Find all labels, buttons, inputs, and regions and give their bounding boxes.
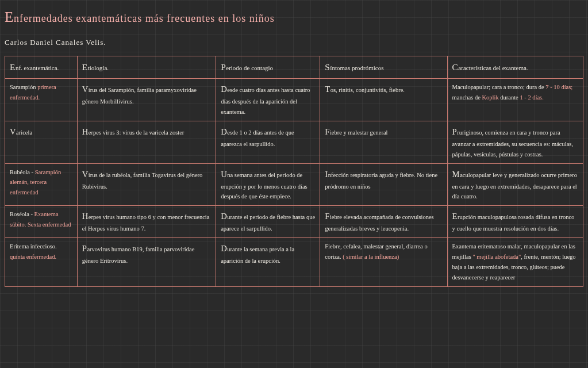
table-row: Eritema infeccioso. quinta enfermedad. P… <box>5 238 583 286</box>
table-row: Varicela Herpes virus 3: virus de la var… <box>5 121 583 163</box>
table-row: Sarampión primera enfermedad. Virus del … <box>5 79 583 121</box>
cell-characteristics: Maculopapular leve y generalizado ocurre… <box>447 163 583 206</box>
cell-disease: Roséola - Exantema súbito. Sexta enferme… <box>5 206 78 238</box>
cell-contagion: Desde 1 o 2 días antes de que aparezca e… <box>216 121 320 163</box>
cell-contagion: Durante el periodo de fiebre hasta que a… <box>216 206 320 238</box>
header-characteristics: Características del exantema. <box>447 56 583 79</box>
page-title: Enfermedades exantemáticas más frecuente… <box>5 6 583 29</box>
cell-etiology: Herpes virus humano tipo 6 y con menor f… <box>77 206 216 238</box>
cell-prodromes: Tos, rinitis, conjuntivitis, fiebre. <box>320 79 447 121</box>
header-etiology: Etiología. <box>77 56 216 79</box>
cell-characteristics: Maculopapular; cara a tronco; dura de 7 … <box>447 79 583 121</box>
cell-disease: Eritema infeccioso. quinta enfermedad. <box>5 238 78 286</box>
header-prodromes: Síntomas prodrómicos <box>320 56 447 79</box>
cell-etiology: Virus de la rubéola, familia Togavirus d… <box>77 163 216 206</box>
cell-etiology: Virus del Sarampión, familia paramyxovir… <box>77 79 216 121</box>
cell-prodromes: Fiebre, cefalea, malestar general, diarr… <box>320 238 447 286</box>
table-row: Roséola - Exantema súbito. Sexta enferme… <box>5 206 583 238</box>
cell-contagion: Durante la semana previa a la aparición … <box>216 238 320 286</box>
cell-characteristics: Exantema eritematoso malar, maculopapula… <box>447 238 583 286</box>
cell-characteristics: Erupción maculopapulosa rosada difusa en… <box>447 206 583 238</box>
table-header-row: Enf. exantemática. Etiología. Periodo de… <box>5 56 583 79</box>
header-contagion: Periodo de contagio <box>216 56 320 79</box>
cell-characteristics: Pruriginoso, comienza en cara y tronco p… <box>447 121 583 163</box>
cell-contagion: Una semana antes del periodo de erupción… <box>216 163 320 206</box>
cell-contagion: Desde cuatro días antes hasta cuatro día… <box>216 79 320 121</box>
cell-prodromes: Fiebre y malestar general <box>320 121 447 163</box>
author: Carlos Daniel Canales Velis. <box>5 37 583 49</box>
table-row: Rubéola - Sarampión alemán, tercera enfe… <box>5 163 583 206</box>
cell-etiology: Parvovirus humano B19, familia parvoviri… <box>77 238 216 286</box>
cell-etiology: Herpes virus 3: virus de la varicela zos… <box>77 121 216 163</box>
cell-disease: Varicela <box>5 121 78 163</box>
cell-disease: Sarampión primera enfermedad. <box>5 79 78 121</box>
diseases-table: Enf. exantemática. Etiología. Periodo de… <box>5 56 583 286</box>
cell-prodromes: Infección respiratoria aguda y fiebre. N… <box>320 163 447 206</box>
cell-prodromes: Fiebre elevada acompañada de convulsione… <box>320 206 447 238</box>
cell-disease: Rubéola - Sarampión alemán, tercera enfe… <box>5 163 78 206</box>
header-disease: Enf. exantemática. <box>5 56 78 79</box>
